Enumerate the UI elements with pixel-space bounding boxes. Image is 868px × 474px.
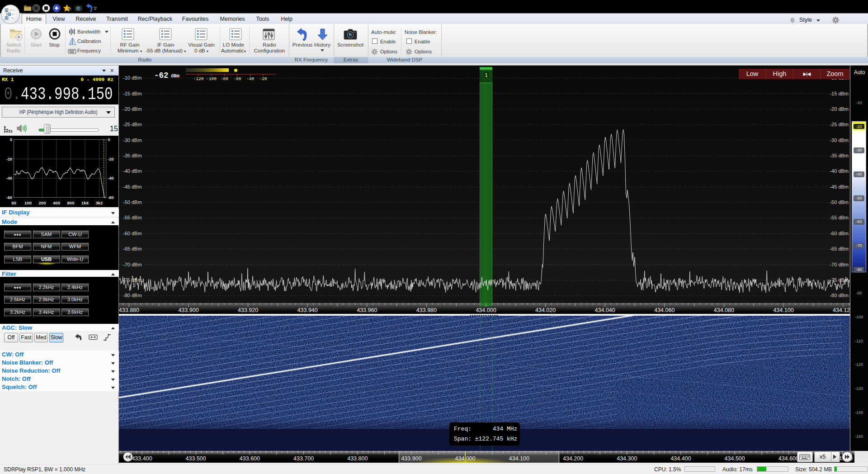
svg-text:-70 dBm: -70 dBm	[123, 262, 142, 267]
svg-text:434.300: 434.300	[617, 455, 637, 462]
svg-text:-20 dBm: -20 dBm	[830, 106, 849, 112]
svg-text:434.020: 434.020	[535, 307, 556, 313]
svg-text:1k6: 1k6	[81, 200, 89, 205]
svg-text:434.400: 434.400	[670, 455, 691, 462]
svg-text:434.200: 434.200	[563, 455, 583, 462]
svg-text:0: 0	[108, 137, 110, 142]
svg-text:433.880: 433.880	[119, 307, 139, 313]
svg-text:433.960: 433.960	[357, 307, 377, 313]
svg-text:-15 dBm: -15 dBm	[123, 91, 142, 96]
svg-text:-40: -40	[108, 176, 114, 180]
svg-text:433.940: 433.940	[297, 307, 318, 313]
svg-text:-55 dBm: -55 dBm	[123, 215, 142, 220]
svg-text:-60: -60	[233, 76, 241, 81]
svg-text:433.920: 433.920	[238, 307, 258, 313]
svg-text:433.400: 433.400	[132, 455, 152, 462]
svg-text:434.100: 434.100	[509, 455, 529, 462]
svg-text:-60: -60	[6, 195, 12, 200]
svg-text:-75 dBm: -75 dBm	[123, 277, 142, 283]
svg-text:434.120: 434.120	[833, 307, 850, 313]
svg-text:434.000: 434.000	[476, 307, 496, 313]
svg-text:-70 dBm: -70 dBm	[830, 262, 849, 267]
svg-text:433.500: 433.500	[186, 455, 206, 462]
svg-text:434.060: 434.060	[654, 307, 675, 313]
svg-text:-45 dBm: -45 dBm	[830, 184, 849, 190]
svg-text:800: 800	[67, 200, 75, 205]
svg-text:-30 dBm: -30 dBm	[123, 137, 142, 143]
svg-text:-35 dBm: -35 dBm	[830, 153, 849, 158]
svg-text:-40: -40	[6, 176, 12, 180]
svg-text:-40: -40	[246, 76, 254, 81]
svg-text:434.040: 434.040	[595, 307, 615, 313]
svg-text:-80 dBm: -80 dBm	[830, 293, 849, 298]
svg-text:3k2: 3k2	[95, 200, 103, 205]
svg-text:-50 dBm: -50 dBm	[123, 199, 142, 205]
svg-text:1: 1	[485, 72, 487, 78]
svg-text:-60 dBm: -60 dBm	[830, 231, 849, 236]
svg-text:433.980: 433.980	[416, 307, 437, 313]
svg-text:-100: -100	[206, 76, 217, 81]
svg-text:433.800: 433.800	[347, 455, 368, 462]
svg-text:0: 0	[10, 137, 12, 142]
svg-text:-120: -120	[193, 76, 204, 81]
svg-text:-35 dBm: -35 dBm	[123, 153, 142, 158]
svg-text:-50 dBm: -50 dBm	[830, 199, 849, 205]
svg-text:-15 dBm: -15 dBm	[830, 91, 849, 96]
svg-text:434.600: 434.600	[778, 455, 799, 462]
svg-text:433.900: 433.900	[178, 307, 198, 313]
svg-text:-62: -62	[154, 71, 169, 80]
svg-text:-20: -20	[259, 76, 267, 81]
svg-text:434.500: 434.500	[725, 455, 745, 462]
svg-text:-65 dBm: -65 dBm	[830, 246, 849, 251]
svg-text:-25 dBm: -25 dBm	[830, 122, 849, 127]
svg-text:-20: -20	[108, 157, 114, 161]
svg-text:-80: -80	[221, 76, 228, 81]
svg-text:100: 100	[24, 200, 32, 205]
svg-text:434.100: 434.100	[773, 307, 793, 313]
svg-text:400: 400	[53, 200, 60, 205]
svg-text:-60: -60	[108, 195, 114, 200]
svg-text:-80 dBm: -80 dBm	[123, 293, 142, 298]
svg-text:-20 dBm: -20 dBm	[123, 106, 142, 112]
svg-text:200: 200	[39, 200, 46, 205]
svg-text:-55 dBm: -55 dBm	[830, 215, 849, 220]
svg-text:-60 dBm: -60 dBm	[123, 231, 142, 236]
svg-text:-30 dBm: -30 dBm	[830, 137, 849, 143]
svg-text:-45 dBm: -45 dBm	[123, 184, 142, 190]
svg-text:433.600: 433.600	[240, 455, 260, 462]
svg-text:-65 dBm: -65 dBm	[123, 246, 142, 251]
svg-text:433.700: 433.700	[293, 455, 314, 462]
svg-text:-20: -20	[6, 157, 12, 161]
svg-text:433.900: 433.900	[401, 455, 421, 462]
svg-text:434.080: 434.080	[714, 307, 734, 313]
svg-text:-10 dBm: -10 dBm	[123, 75, 142, 81]
svg-text:-40 dBm: -40 dBm	[123, 168, 142, 174]
svg-text:-25 dBm: -25 dBm	[123, 122, 142, 127]
svg-text:dBm: dBm	[171, 73, 179, 79]
svg-text:50: 50	[11, 200, 16, 205]
svg-text:-40 dBm: -40 dBm	[830, 168, 849, 174]
